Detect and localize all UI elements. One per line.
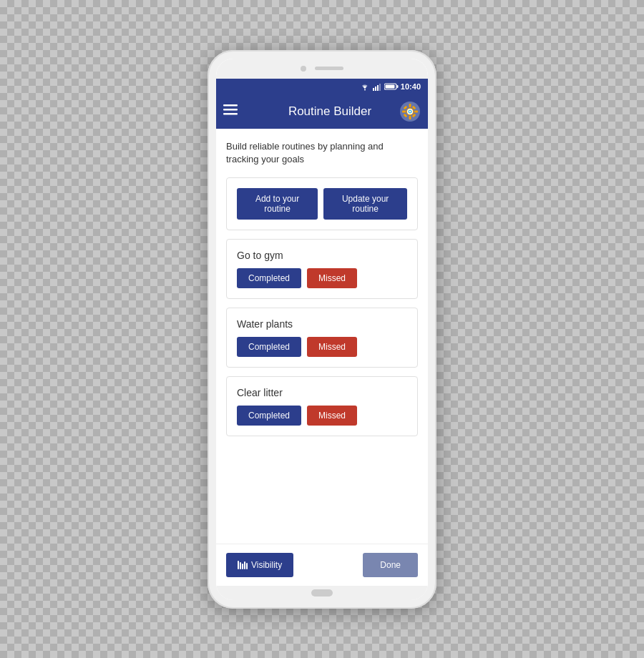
phone-top-decoration bbox=[216, 59, 428, 79]
svg-rect-2 bbox=[375, 87, 376, 91]
svg-rect-24 bbox=[238, 561, 239, 569]
completed-button-2[interactable]: Completed bbox=[237, 406, 301, 426]
status-row-1: Completed Missed bbox=[237, 337, 407, 357]
subtitle-text: Build reliable routines by planning and … bbox=[226, 140, 418, 166]
action-card: Add to your routine Update your routine bbox=[226, 177, 418, 230]
action-buttons-row: Add to your routine Update your routine bbox=[237, 188, 407, 220]
status-bar: 10:40 bbox=[216, 79, 428, 94]
home-button bbox=[311, 589, 333, 596]
svg-rect-14 bbox=[409, 116, 411, 119]
app-bar: Routine Builder bbox=[216, 94, 428, 129]
svg-rect-3 bbox=[377, 85, 379, 91]
svg-rect-25 bbox=[240, 562, 241, 569]
svg-rect-10 bbox=[223, 113, 238, 115]
phone-device: 10:40 Routine Builder bbox=[208, 50, 436, 609]
app-bar-title: Routine Builder bbox=[243, 104, 416, 119]
menu-icon[interactable] bbox=[223, 104, 238, 119]
svg-rect-15 bbox=[402, 110, 406, 112]
phone-speaker bbox=[315, 67, 343, 70]
svg-rect-9 bbox=[223, 109, 238, 111]
phone-screen: 10:40 Routine Builder bbox=[216, 59, 428, 600]
missed-button-2[interactable]: Missed bbox=[307, 406, 357, 426]
svg-rect-1 bbox=[373, 88, 374, 91]
completed-button-1[interactable]: Completed bbox=[237, 337, 301, 357]
routine-card-1: Water plants Completed Missed bbox=[226, 308, 418, 368]
svg-rect-26 bbox=[242, 564, 243, 569]
done-button[interactable]: Done bbox=[363, 553, 418, 577]
visibility-label: Visibility bbox=[251, 560, 282, 570]
svg-rect-4 bbox=[379, 84, 381, 91]
routine-card-0: Go to gym Completed Missed bbox=[226, 239, 418, 299]
status-row-0: Completed Missed bbox=[237, 268, 407, 288]
missed-button-1[interactable]: Missed bbox=[307, 337, 357, 357]
visibility-icon bbox=[238, 561, 248, 569]
update-routine-button[interactable]: Update your routine bbox=[323, 188, 407, 220]
svg-rect-7 bbox=[385, 84, 394, 88]
settings-icon[interactable] bbox=[399, 101, 421, 122]
add-routine-button[interactable]: Add to your routine bbox=[237, 188, 318, 220]
completed-button-0[interactable]: Completed bbox=[237, 268, 301, 288]
svg-rect-27 bbox=[244, 561, 245, 569]
svg-rect-6 bbox=[396, 85, 398, 88]
bottom-action-bar: Visibility Done bbox=[216, 544, 428, 586]
wifi-icon bbox=[360, 82, 370, 91]
visibility-button[interactable]: Visibility bbox=[226, 553, 293, 577]
signal-icon bbox=[372, 82, 382, 91]
svg-rect-8 bbox=[223, 104, 238, 107]
svg-rect-16 bbox=[414, 110, 418, 112]
routine-title-0: Go to gym bbox=[237, 250, 407, 261]
missed-button-0[interactable]: Missed bbox=[307, 268, 357, 288]
content-area: Build reliable routines by planning and … bbox=[216, 129, 428, 544]
status-time: 10:40 bbox=[401, 82, 421, 91]
status-row-2: Completed Missed bbox=[237, 406, 407, 426]
svg-point-23 bbox=[409, 110, 411, 112]
routine-card-2: Clear litter Completed Missed bbox=[226, 376, 418, 436]
svg-rect-28 bbox=[246, 563, 248, 569]
phone-camera bbox=[301, 66, 306, 72]
svg-rect-13 bbox=[409, 104, 411, 107]
battery-icon bbox=[384, 82, 399, 91]
routine-title-2: Clear litter bbox=[237, 387, 407, 398]
phone-bottom-decoration bbox=[216, 586, 428, 600]
status-icons: 10:40 bbox=[360, 82, 421, 91]
svg-point-0 bbox=[364, 89, 366, 90]
routine-title-1: Water plants bbox=[237, 318, 407, 330]
